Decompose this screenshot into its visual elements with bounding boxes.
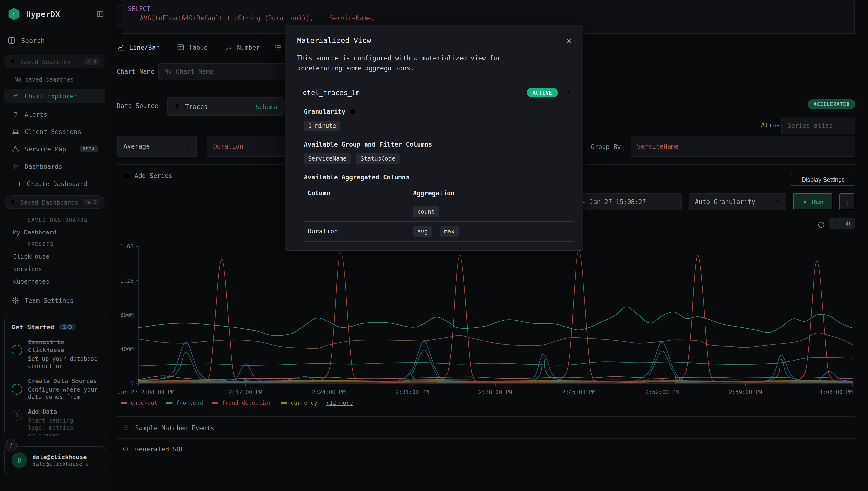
check-circle-icon <box>11 345 22 355</box>
hyperdx-logo-icon <box>8 8 20 20</box>
updown-chevron-icon <box>185 143 190 150</box>
modal-description: This source is configured with a materia… <box>297 54 548 74</box>
granularity-select[interactable]: Auto Granularity <box>689 194 786 210</box>
agg-chip-count: count <box>413 206 439 217</box>
tab-events-partial[interactable] <box>274 39 282 55</box>
chevron-up-icon <box>92 163 98 170</box>
svg-text:2:52:00 PM: 2:52:00 PM <box>646 389 679 395</box>
sample-events-panel-header[interactable]: Sample Matched Events <box>116 418 855 437</box>
bar-view-icon[interactable] <box>844 220 851 227</box>
sidebar-section-search[interactable]: Search <box>8 37 103 45</box>
sidebar-collapse-icon[interactable] <box>96 10 104 18</box>
sidebar-item-chart-explorer[interactable]: Chart Explorer <box>4 89 105 103</box>
tab-number[interactable]: 123 Number <box>225 39 260 55</box>
saved-searches-input[interactable]: Saved Searches ⌘ K <box>4 55 104 68</box>
help-button[interactable]: ? <box>5 439 17 452</box>
group-presets[interactable]: PRESETS <box>18 241 54 247</box>
table-grid-icon <box>8 37 16 45</box>
preset-link-services[interactable]: Services <box>13 265 42 272</box>
line-view-icon[interactable] <box>833 220 840 227</box>
more-options-button[interactable]: ⋮ <box>839 194 855 210</box>
svg-text:3:08:00 PM: 3:08:00 PM <box>819 389 852 395</box>
group-filter-heading: Available Group and Filter Columns <box>304 141 432 148</box>
series-alias-input[interactable] <box>781 117 856 134</box>
table-icon <box>177 44 184 51</box>
get-started-step-2[interactable]: Create Data Sources Configure where your… <box>11 377 98 401</box>
arrow-right-icon <box>91 420 98 429</box>
add-series-button[interactable]: Add Series <box>123 172 172 179</box>
group-by-input[interactable] <box>631 136 856 157</box>
tab-line-bar[interactable]: Line/Bar <box>117 39 159 55</box>
svg-text:3: 3 <box>229 46 231 50</box>
modal-title: Materialized View <box>297 36 371 45</box>
sidebar: HyperDX Search Saved Searches ⌘ K No sav… <box>0 0 110 491</box>
aggregation-select[interactable]: Average <box>117 136 197 157</box>
time-icon[interactable] <box>817 221 825 229</box>
user-name: dale@clickhouse.… <box>32 453 88 460</box>
layers-icon <box>174 103 180 110</box>
svg-text:1.2B: 1.2B <box>120 278 133 284</box>
close-icon[interactable]: ✕ <box>567 36 572 45</box>
area-chart-icon <box>117 44 125 51</box>
check-circle-icon <box>11 384 22 395</box>
circle-plus-icon <box>123 172 130 179</box>
sidebar-item-service-map[interactable]: Service Map BETA <box>4 142 105 156</box>
dashboard-link-my-dashboard[interactable]: My Dashboard <box>13 229 57 236</box>
sql-line-3: ServiceName, <box>317 13 375 23</box>
data-source-label: Data Source <box>117 102 158 110</box>
legend-item[interactable]: +12 more <box>326 399 353 406</box>
bell-icon <box>11 111 19 118</box>
table-header-aggregation: Aggregation <box>409 186 574 202</box>
time-series-chart[interactable]: 0400M800M1.2B1.6BJan 27 2:08:00 PM2:17:0… <box>117 239 856 398</box>
search-icon <box>10 58 17 65</box>
chevron-right-icon <box>93 456 99 465</box>
get-started-step-1[interactable]: Connect to ClickHouse Set up your databa… <box>11 338 98 370</box>
sidebar-item-client-sessions[interactable]: Client Sessions <box>4 124 105 139</box>
user-email: dale@clickhouse.c… <box>32 460 88 467</box>
tab-table[interactable]: Table <box>177 39 208 55</box>
get-started-card: Get Started 2/3 Connect to ClickHouse Se… <box>4 316 105 436</box>
table-row: count <box>304 202 574 221</box>
legend-item[interactable]: fraud-detection <box>212 399 272 406</box>
date-range-input[interactable]: 7 - Jan 27 15:08:27 <box>568 194 682 210</box>
materialized-view-modal: Materialized View ✕ This source is confi… <box>285 25 583 251</box>
saved-dashboards-input[interactable]: Saved Dashboards ⌘ K <box>4 195 104 209</box>
svg-text:800M: 800M <box>120 312 133 318</box>
search-icon <box>10 199 17 205</box>
plus-icon: + <box>18 180 22 187</box>
accelerated-badge: ACCELERATED <box>808 99 856 109</box>
run-button[interactable]: Run <box>793 194 833 210</box>
display-settings-button[interactable]: Display Settings <box>791 174 856 186</box>
svg-text:2: 2 <box>226 47 228 51</box>
service-map-icon <box>11 145 19 153</box>
legend-swatch <box>212 402 218 403</box>
sidebar-item-alerts[interactable]: Alerts <box>4 107 105 121</box>
legend-item[interactable]: checkout <box>121 399 157 406</box>
status-badge: ACTIVE <box>527 88 558 97</box>
legend-item[interactable]: frontend <box>166 399 203 406</box>
chevron-up-icon <box>97 37 103 45</box>
chevron-up-icon[interactable] <box>92 322 98 331</box>
legend-item[interactable]: currency <box>280 399 317 406</box>
create-dashboard-button[interactable]: + Create Dashboard <box>4 176 105 191</box>
data-source-select[interactable]: Traces Schema <box>167 97 283 116</box>
preset-link-clickhouse[interactable]: ClickHouse <box>13 253 50 260</box>
laptop-icon <box>11 128 19 136</box>
schema-link[interactable]: Schema <box>256 103 277 110</box>
sidebar-item-team-settings[interactable]: Team Settings <box>4 293 105 308</box>
user-menu[interactable]: D dale@clickhouse.… dale@clickhouse.c… <box>4 446 105 474</box>
group-saved-dashboards[interactable]: SAVED DASHBOARDS <box>18 217 88 223</box>
generated-sql-panel-header[interactable]: Generated SQL <box>116 439 855 459</box>
svg-text:2:38:00 PM: 2:38:00 PM <box>479 389 512 395</box>
sql-line-2: AVG(toFloat64OrDefault (toString (Durati… <box>128 13 313 23</box>
info-icon[interactable] <box>349 108 356 115</box>
gear-icon <box>11 297 19 304</box>
group-by-label: Group By <box>591 143 621 150</box>
sidebar-item-dashboards[interactable]: Dashboards <box>4 159 105 174</box>
preset-link-kubernetes[interactable]: Kubernetes <box>13 278 50 285</box>
chevron-down-icon <box>18 241 23 247</box>
get-started-step-3[interactable]: 3 Add Data Start sending logs, metrics, … <box>11 408 98 436</box>
legend-swatch <box>280 402 287 403</box>
legend-more-link[interactable]: +12 more <box>326 399 353 406</box>
materialized-view-row[interactable]: otel_traces_1m ACTIVE <box>297 88 571 97</box>
